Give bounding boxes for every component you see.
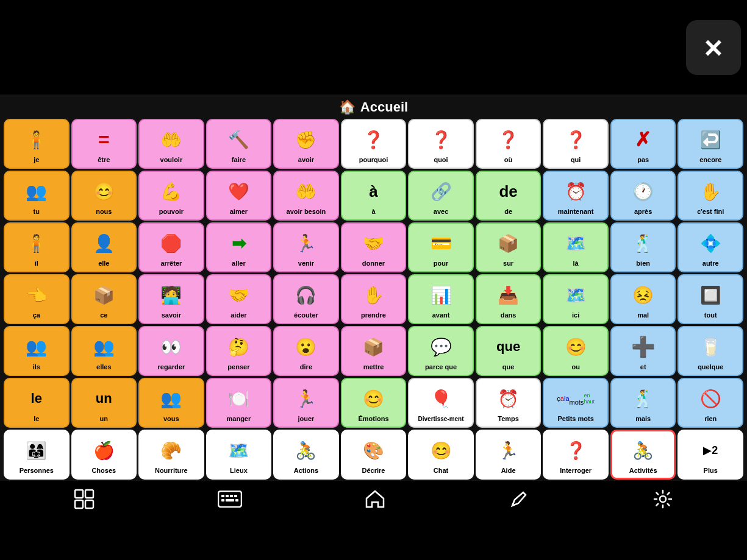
- svg-rect-10: [226, 499, 234, 502]
- cell-savoir[interactable]: 🧑‍💻savoir: [138, 274, 204, 324]
- home-icon: 🏠: [339, 99, 356, 115]
- cell-ca[interactable]: 👈ça: [4, 274, 70, 324]
- cell-sur[interactable]: 📦sur: [476, 222, 541, 272]
- close-button[interactable]: ×: [686, 20, 741, 75]
- svg-rect-3: [85, 500, 93, 508]
- cell-emotions[interactable]: 😊Émotions: [341, 378, 407, 428]
- cell-petits-mots[interactable]: ça lamotsen hautPetits mots: [543, 378, 609, 428]
- cell-vous[interactable]: 👥vous: [138, 378, 204, 428]
- cell-manger[interactable]: 🍽️manger: [206, 378, 272, 428]
- cell-mais[interactable]: 🕺mais: [610, 378, 676, 428]
- grid-button[interactable]: [74, 489, 95, 509]
- cell-avant[interactable]: 📊avant: [408, 274, 474, 324]
- nav-nourriture[interactable]: 🥐Nourriture: [138, 430, 204, 480]
- cell-un[interactable]: unun: [71, 378, 137, 428]
- svg-rect-7: [230, 495, 233, 497]
- cell-ils[interactable]: 👥ils: [4, 326, 70, 376]
- cell-donner[interactable]: 🤝donner: [341, 222, 407, 272]
- nav-interroger[interactable]: ❓Interroger: [543, 430, 609, 480]
- cell-dans[interactable]: 📥dans: [476, 274, 541, 324]
- cell-temps[interactable]: ⏰Temps: [476, 378, 541, 428]
- cell-penser[interactable]: 🤔penser: [206, 326, 272, 376]
- cell-ecouter[interactable]: 🎧écouter: [273, 274, 339, 324]
- cell-aimer[interactable]: ❤️aimer: [206, 171, 272, 221]
- cell-aider[interactable]: 🤝aider: [206, 274, 272, 324]
- cell-rien[interactable]: 🚫rien: [677, 378, 743, 428]
- cell-avoir-besoin[interactable]: 🤲avoir besoin: [273, 171, 339, 221]
- nav-personnes[interactable]: 👨‍👩‍👧Personnes: [4, 430, 70, 480]
- nav-lieux[interactable]: 🗺️Lieux: [206, 430, 272, 480]
- cell-et[interactable]: ➕et: [610, 326, 676, 376]
- nav-activites[interactable]: 🚴Activités: [610, 430, 676, 480]
- cell-pas[interactable]: ✗pas: [610, 119, 676, 169]
- cell-autre[interactable]: 💠autre: [677, 222, 743, 272]
- page-title: Accueil: [360, 99, 408, 115]
- nav-plus[interactable]: ▶ 2Plus: [677, 430, 743, 480]
- cell-aller[interactable]: ➡aller: [206, 222, 272, 272]
- home-button[interactable]: [365, 489, 385, 509]
- cell-ou[interactable]: ❓où: [476, 119, 541, 169]
- svg-rect-11: [235, 499, 238, 502]
- cell-elle[interactable]: 👤elle: [71, 222, 137, 272]
- cell-vouloir[interactable]: 🤲vouloir: [138, 119, 204, 169]
- top-bar: ×: [0, 0, 747, 94]
- cell-pouvoir[interactable]: 💪pouvoir: [138, 171, 204, 221]
- nav-aide[interactable]: 🏃Aide: [476, 430, 541, 480]
- accueil-header: 🏠 Accueil: [2, 97, 745, 119]
- cell-je[interactable]: 🧍je: [4, 119, 70, 169]
- cell-tout[interactable]: 🔲tout: [677, 274, 743, 324]
- cell-prendre[interactable]: ✋prendre: [341, 274, 407, 324]
- cell-mal[interactable]: 😣mal: [610, 274, 676, 324]
- cell-que[interactable]: queque: [476, 326, 541, 376]
- cell-ce[interactable]: 📦ce: [71, 274, 137, 324]
- cell-bien[interactable]: 🕺bien: [610, 222, 676, 272]
- cell-avoir[interactable]: ✊avoir: [273, 119, 339, 169]
- cell-etre[interactable]: =être: [71, 119, 137, 169]
- cell-quoi[interactable]: ❓quoi: [408, 119, 474, 169]
- nav-choses[interactable]: 🍎Choses: [71, 430, 137, 480]
- settings-button[interactable]: [652, 489, 673, 509]
- cell-qui[interactable]: ❓qui: [543, 119, 609, 169]
- cell-quelque[interactable]: 🥛quelque: [677, 326, 743, 376]
- cell-dire[interactable]: 😮dire: [273, 326, 339, 376]
- symbol-grid: 🧍je =être 🤲vouloir 🔨faire ✊avoir ❓pourqu…: [2, 119, 745, 428]
- cell-il[interactable]: 🧍il: [4, 222, 70, 272]
- svg-rect-9: [221, 499, 224, 502]
- cell-faire[interactable]: 🔨faire: [206, 119, 272, 169]
- cell-ici[interactable]: 🗺️ici: [543, 274, 609, 324]
- svg-rect-2: [75, 500, 83, 508]
- cell-mettre[interactable]: 📦mettre: [341, 326, 407, 376]
- cell-venir[interactable]: 🏃venir: [273, 222, 339, 272]
- cell-ou-conj[interactable]: 😊ou: [543, 326, 609, 376]
- cell-regarder[interactable]: 👀regarder: [138, 326, 204, 376]
- nav-chat[interactable]: 😊Chat: [408, 430, 474, 480]
- cell-parce-que[interactable]: 💬parce que: [408, 326, 474, 376]
- cell-pour[interactable]: 💳pour: [408, 222, 474, 272]
- svg-rect-5: [221, 495, 224, 497]
- bottom-nav-row: 👨‍👩‍👧Personnes 🍎Choses 🥐Nourriture 🗺️Lie…: [2, 428, 745, 481]
- cell-cest-fini[interactable]: ✋c'est fini: [677, 171, 743, 221]
- cell-pourquoi[interactable]: ❓pourquoi: [341, 119, 407, 169]
- cell-avec[interactable]: 🔗avec: [408, 171, 474, 221]
- cell-apres[interactable]: 🕐après: [610, 171, 676, 221]
- svg-rect-6: [226, 495, 229, 497]
- cell-encore[interactable]: ↩️encore: [677, 119, 743, 169]
- cell-de[interactable]: dede: [476, 171, 541, 221]
- toolbar: [0, 481, 747, 517]
- svg-rect-8: [234, 495, 237, 497]
- cell-tu[interactable]: 👥tu: [4, 171, 70, 221]
- nav-actions[interactable]: 🚴Actions: [273, 430, 339, 480]
- pen-button[interactable]: [509, 489, 529, 509]
- cell-elles[interactable]: 👥elles: [71, 326, 137, 376]
- cell-nous[interactable]: 😊nous: [71, 171, 137, 221]
- cell-le[interactable]: lele: [4, 378, 70, 428]
- cell-jouer[interactable]: 🏃jouer: [273, 378, 339, 428]
- keyboard-button[interactable]: [218, 491, 242, 508]
- cell-arreter[interactable]: 🛑arrêter: [138, 222, 204, 272]
- nav-decrire[interactable]: 🎨Décrire: [341, 430, 407, 480]
- cell-la[interactable]: 🗺️là: [543, 222, 609, 272]
- cell-maintenant[interactable]: ⏰maintenant: [543, 171, 609, 221]
- svg-rect-1: [85, 490, 93, 498]
- cell-divertissement[interactable]: 🎈Divertisse-ment: [408, 378, 474, 428]
- cell-a[interactable]: àà: [341, 171, 407, 221]
